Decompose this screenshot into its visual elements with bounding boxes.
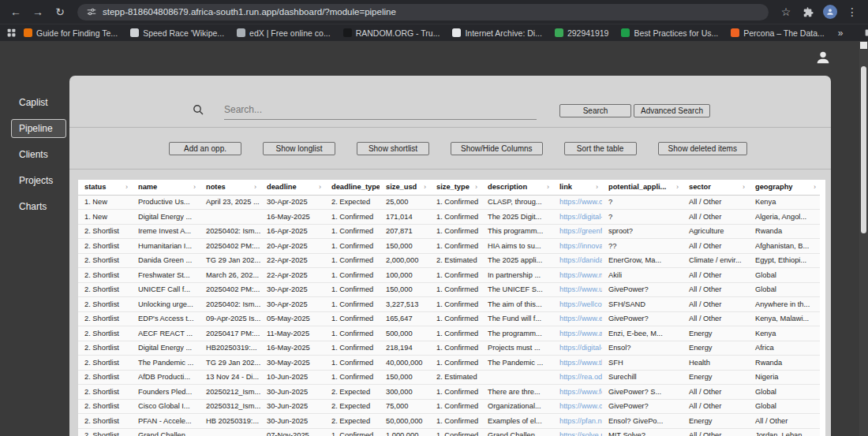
cell-link[interactable]: https://www.na... — [553, 268, 602, 283]
table-row[interactable]: 2. ShortlistAfDB Producti...13 Nov 24 - … — [78, 370, 820, 385]
table-row[interactable]: 2. ShortlistIreme Invest A...20250402: I… — [78, 224, 820, 239]
bookmark-item[interactable]: edX | Free online co... — [231, 27, 336, 39]
column-header[interactable]: size_type › — [430, 180, 481, 195]
cell-deadline_type: 1. Confirmed — [325, 210, 380, 225]
all-bookmarks-button[interactable]: All Bookmarks — [862, 24, 868, 43]
bookmark-item[interactable]: Percona – The Data... — [725, 27, 830, 39]
cell-link[interactable]: https://innovati... — [553, 239, 602, 254]
site-info-icon[interactable] — [87, 7, 96, 17]
cell-link[interactable]: https://digital-e... — [553, 341, 602, 356]
browser-menu-icon[interactable]: ⋮ — [843, 2, 862, 21]
table-row[interactable]: 2. ShortlistThe Pandemic ...TG 29 Jan 20… — [78, 356, 820, 371]
advanced-search-button[interactable]: Advanced Search — [634, 104, 710, 117]
show-deleted-items-button[interactable]: Show deleted items — [658, 142, 747, 155]
column-header-label: size_usd — [386, 183, 417, 191]
address-bar[interactable]: stepp-818604808679.africa-south1.run.app… — [77, 4, 769, 20]
column-header[interactable]: size_usd › — [380, 180, 430, 195]
forward-icon[interactable]: → — [28, 2, 47, 21]
cell-link[interactable]: https://greenfu... — [553, 224, 602, 239]
bookmark-item[interactable]: Speed Race 'Wikipe... — [125, 27, 230, 39]
cell-link[interactable]: https://rea.ody... — [553, 370, 602, 385]
cell-link[interactable]: https://pfan.net... — [553, 414, 602, 429]
column-header[interactable]: link › — [553, 180, 602, 195]
sidebar-item-caplist[interactable]: Caplist — [11, 93, 66, 112]
column-header[interactable]: sector › — [683, 180, 749, 195]
column-header[interactable]: deadline › — [260, 180, 325, 195]
column-chevron-icon[interactable]: › — [125, 183, 128, 191]
table-row[interactable]: 1. NewProductive Us...April 23, 2025 ...… — [78, 195, 820, 210]
reload-icon[interactable]: ↻ — [51, 2, 69, 21]
bookmark-item[interactable]: Best Practices for Us... — [615, 27, 724, 39]
show-longlist-button[interactable]: Show longlist — [263, 142, 335, 155]
show-shortlist-button[interactable]: Show shortlist — [357, 142, 429, 155]
cell-link[interactable]: https://www.un... — [553, 282, 602, 297]
apps-grid-icon[interactable] — [6, 26, 17, 40]
sidebar-item-pipeline[interactable]: Pipeline — [11, 119, 66, 138]
cell-link[interactable]: https://www.ed... — [553, 311, 602, 326]
table-row[interactable]: 2. ShortlistHumanitarian I...20250402 PM… — [78, 239, 820, 254]
table-row[interactable]: 2. ShortlistFounders Pled...20250212_Ism… — [78, 385, 820, 400]
cell-link[interactable]: https://www.cis... — [553, 399, 602, 414]
column-chevron-icon[interactable]: › — [596, 183, 598, 191]
table-row[interactable]: 1. NewDigital Energy ...16-May-20251. Co… — [78, 210, 820, 225]
cell-link[interactable]: https://www.fo... — [553, 385, 602, 400]
column-header[interactable]: deadline_type › — [325, 180, 380, 195]
cell-link[interactable]: https://solve.m... — [553, 428, 602, 436]
cell-size_type: 1. Confirmed — [430, 428, 481, 436]
sidebar-item-projects[interactable]: Projects — [11, 171, 66, 190]
scrollbar-button[interactable] — [860, 42, 867, 49]
table-row[interactable]: 2. ShortlistPFAN - Accele...HB 20250319:… — [78, 414, 820, 429]
cell-link[interactable]: https://www.ae... — [553, 326, 602, 341]
table-row[interactable]: 2. ShortlistFreshwater St...March 26, 20… — [78, 268, 820, 283]
extensions-icon[interactable] — [799, 2, 817, 21]
table-row[interactable]: 2. ShortlistUNICEF Call f...20250402 PM:… — [78, 282, 820, 297]
column-chevron-icon[interactable]: › — [254, 183, 256, 191]
column-chevron-icon[interactable]: › — [676, 183, 679, 191]
table-row[interactable]: 2. ShortlistDanida Green ...TG 29 Jan 20… — [78, 253, 820, 268]
column-chevron-icon[interactable]: › — [814, 183, 816, 191]
bookmark-item[interactable]: Internet Archive: Di... — [447, 27, 547, 39]
cell-link[interactable]: https://www.cla... — [553, 195, 602, 210]
table-row[interactable]: 2. ShortlistDigital Energy ...HB20250319… — [78, 341, 820, 356]
show-hide-columns-button[interactable]: Show/Hide Columns — [451, 142, 543, 155]
column-chevron-icon[interactable]: › — [547, 183, 549, 191]
sort-the-table-button[interactable]: Sort the table — [564, 142, 637, 155]
column-chevron-icon[interactable]: › — [319, 183, 321, 191]
page-scrollbar[interactable] — [859, 41, 868, 436]
bookmark-item[interactable]: RANDOM.ORG - Tru... — [338, 27, 446, 39]
add-an-opp-button[interactable]: Add an opp. — [169, 142, 241, 155]
cell-link[interactable]: https://danida-... — [553, 253, 602, 268]
profile-avatar[interactable] — [823, 5, 837, 19]
column-header[interactable]: status › — [78, 180, 132, 195]
column-header[interactable]: name › — [132, 180, 200, 195]
cell-link[interactable]: https://wellcom... — [553, 297, 602, 312]
sidebar-item-clients[interactable]: Clients — [11, 145, 66, 164]
cell-link[interactable]: https://www.th... — [553, 356, 602, 371]
table-row[interactable]: 2. ShortlistGrand Challen...07-Nov-20251… — [78, 428, 820, 436]
search-input[interactable] — [224, 99, 537, 120]
column-header[interactable]: geography › — [749, 180, 820, 195]
cell-link[interactable]: https://digital-e... — [553, 210, 602, 225]
column-chevron-icon[interactable]: › — [743, 183, 745, 191]
column-header[interactable]: description › — [481, 180, 553, 195]
table-row[interactable]: 2. ShortlistUnlocking urge...20250402: I… — [78, 297, 820, 312]
table-row[interactable]: 2. ShortlistAECF REACT ...20250417 PM:..… — [78, 326, 820, 341]
search-button[interactable]: Search — [559, 104, 631, 117]
sidebar-item-charts[interactable]: Charts — [11, 197, 66, 216]
scrollbar-thumb[interactable] — [861, 66, 866, 233]
bookmarks-overflow-icon[interactable]: » — [832, 28, 850, 39]
column-chevron-icon[interactable]: › — [475, 183, 477, 191]
bookmark-star-icon[interactable]: ☆ — [776, 2, 795, 21]
column-chevron-icon[interactable]: › — [424, 183, 426, 191]
bookmark-item[interactable]: 292941919 — [549, 27, 615, 39]
table-row[interactable]: 2. ShortlistEDP's Access t...09-Apr-2025… — [78, 311, 820, 326]
table-row[interactable]: 2. ShortlistCisco Global I...20250312_Is… — [78, 399, 820, 414]
back-icon[interactable]: ← — [6, 2, 25, 21]
cell-deadline_type: 1. Confirmed — [325, 356, 380, 371]
column-chevron-icon[interactable]: › — [193, 183, 196, 191]
column-header[interactable]: notes › — [200, 180, 260, 195]
column-header[interactable]: potential_appli... › — [602, 180, 683, 195]
account-icon[interactable] — [814, 49, 832, 69]
bookmark-item[interactable]: Guide for Finding Te... — [18, 27, 123, 39]
column-header-label: status — [84, 183, 106, 191]
